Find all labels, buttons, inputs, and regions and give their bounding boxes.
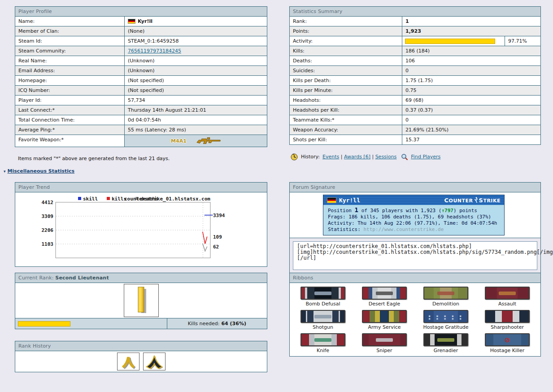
- row-value: 0d 04:07:54h: [125, 115, 267, 125]
- miscellaneous-statistics-anchor[interactable]: Miscellaneous Statistics: [8, 168, 75, 174]
- row-label: Homepage:: [15, 76, 125, 85]
- signature-url: http://www.counterstrike.de: [363, 226, 444, 232]
- history-link-sessions[interactable]: Sessions: [375, 154, 397, 160]
- rank-history-panel: Rank History: [15, 341, 267, 372]
- table-row: Name:Kyr!ll: [15, 17, 267, 26]
- row-value: (Not specified): [125, 86, 267, 95]
- history-link-events[interactable]: Events: [322, 154, 339, 160]
- row-value: 97.71%: [402, 36, 540, 46]
- row-label: Kills per Death:: [290, 76, 402, 85]
- ribbon-item: Sniper: [354, 333, 415, 353]
- table-row: Rank:1: [290, 17, 540, 26]
- player-trend-chart: 1103220633094412skillkillsdeathscounters…: [33, 195, 260, 263]
- ribbon-label: Shotgun: [313, 324, 333, 330]
- row-value: (Unknown): [125, 56, 267, 65]
- ribbon-device-mark: [499, 292, 516, 295]
- miscellaneous-statistics-link[interactable]: ▾Miscellaneous Statistics: [4, 168, 74, 174]
- ribbons-title: Ribbons: [290, 273, 540, 283]
- rank-progress-bar: [18, 321, 70, 327]
- history-links: Events | Awards [6] | Sessions: [322, 154, 396, 160]
- player-trend-chart-area: 1103220633094412skillkillsdeathscounters…: [15, 192, 267, 266]
- table-row: Last Connect:*Thursday 14th August 21:21…: [15, 105, 267, 115]
- kills-needed-cell: Kills needed: 64 (36%): [167, 318, 267, 329]
- history-label: History:: [301, 154, 320, 160]
- svg-text:62: 62: [213, 244, 219, 250]
- row-value: Thursday 14th August 21:21:01: [125, 105, 267, 115]
- find-players-magnifier-icon[interactable]: [401, 153, 408, 161]
- ribbon-label: Army Service: [368, 324, 401, 330]
- bbcode-textbox[interactable]: [url=http://counterstrike_01.hlstatsx.co…: [293, 241, 537, 270]
- table-row: Total Connection Time:0d 04:07:54h: [15, 115, 267, 125]
- table-row: Activity:97.71%: [290, 36, 540, 46]
- ribbons-grid: Bomb DefusalDesert EagleDemolitionAssaul…: [290, 283, 540, 356]
- row-label: Real Name:: [15, 56, 125, 65]
- chevron-down-icon: ▾: [4, 169, 6, 174]
- table-row: Real Name:(Unknown): [15, 56, 267, 65]
- row-label: Steam Community:: [15, 46, 125, 56]
- separator: |: [339, 154, 344, 160]
- ribbon-image: [300, 310, 345, 323]
- ribbon-label: Bomb Defusal: [305, 301, 340, 307]
- history-link-awards-[interactable]: Awards [6]: [344, 154, 370, 160]
- svg-text:skill: skill: [83, 196, 98, 202]
- ribbon-image: [362, 333, 407, 346]
- table-row: Headshots:69 (68): [290, 95, 540, 105]
- row-label: Teammate Kills:*: [290, 115, 402, 125]
- row-value: 69 (68): [402, 96, 540, 105]
- ribbon-label: Grenadier: [434, 348, 458, 353]
- find-players-link[interactable]: Find Players: [411, 154, 440, 160]
- ribbon-image: [300, 287, 345, 300]
- steam-community-link[interactable]: 76561197973184245: [128, 48, 181, 54]
- player-trend-panel: Player Trend 1103220633094412skillkillsd…: [15, 182, 267, 267]
- row-value: 57,734: [125, 96, 267, 105]
- ribbon-image: ⊘: [485, 333, 530, 346]
- rank-insignia-area: [15, 283, 267, 318]
- table-row: Kills:186 (184): [290, 46, 540, 56]
- table-row: Average Ping:*55 ms (Latency: 28 ms): [15, 125, 267, 135]
- row-label: Kills per Minute:: [290, 86, 402, 95]
- row-value: 15.37: [402, 135, 540, 144]
- second-lieutenant-bar-icon: [132, 286, 150, 315]
- ribbon-item: Desert Eagle: [354, 287, 415, 307]
- ribbon-label: Assault: [498, 301, 516, 307]
- ribbon-item: Assault: [477, 287, 538, 307]
- signature-image: Kyr!ll COUNTER STRIKE Position 1 of 345 …: [323, 195, 505, 235]
- table-row: Headshots per Kill:0.37 (0.37): [290, 105, 540, 115]
- signature-header: Kyr!ll COUNTER STRIKE: [323, 195, 504, 205]
- rank-history-item: [143, 353, 165, 370]
- current-rank-name: Second Lieutenant: [55, 275, 109, 281]
- table-row: Kills per Minute:0.75: [290, 85, 540, 95]
- ribbon-item: ✶ ✶ ✶ ✶ ✶Hostage Gratitude: [415, 310, 477, 330]
- row-value: 1: [402, 17, 540, 26]
- ribbon-label: Sharpshooter: [491, 324, 524, 330]
- row-label: Favorite Weapon:*: [15, 135, 125, 147]
- row-label: Headshots per Kill:: [290, 105, 402, 115]
- signature-line-1: Position 1 of 345 players with 1,923 (↑7…: [328, 207, 500, 214]
- ribbon-image: [423, 333, 468, 346]
- table-row: Teammate Kills:*0: [290, 115, 540, 125]
- row-label: Member of Clan:: [15, 26, 125, 36]
- rank-history-item: [117, 353, 139, 370]
- ribbon-image: ✶ ✶ ✶ ✶ ✶: [423, 310, 468, 323]
- row-value: 186 (184): [402, 46, 540, 56]
- ribbon-image: [423, 287, 468, 300]
- counter-strike-logo: COUNTER STRIKE: [444, 197, 501, 204]
- svg-text:3309: 3309: [42, 213, 54, 219]
- ribbon-image: [485, 287, 530, 300]
- statistics-summary-panel: Statistics Summary Rank:1Points:1,923Act…: [289, 6, 541, 145]
- table-row: Deaths:106: [290, 56, 540, 65]
- svg-text:109: 109: [213, 234, 222, 240]
- current-rank-title: Current Rank: Second Lieutenant: [15, 273, 267, 283]
- row-value: 106: [402, 56, 540, 65]
- player-profile-table: Name:Kyr!llMember of Clan:(None)Steam Id…: [15, 17, 267, 147]
- table-row: Weapon Accuracy:21.69% (21.50%): [290, 125, 540, 135]
- ribbon-label: Hostage Killer: [490, 348, 525, 353]
- svg-text:1103: 1103: [42, 241, 54, 247]
- row-label: Kills:: [290, 46, 402, 56]
- ribbon-item: Army Service: [354, 310, 415, 330]
- table-row: Homepage:(Not specified): [15, 75, 267, 85]
- table-row: Steam Community:76561197973184245: [15, 46, 267, 56]
- activity-split: 97.71%: [402, 36, 540, 46]
- history-line: History: Events | Awards [6] | Sessions …: [291, 153, 440, 161]
- ribbon-item: Bomb Defusal: [292, 287, 354, 307]
